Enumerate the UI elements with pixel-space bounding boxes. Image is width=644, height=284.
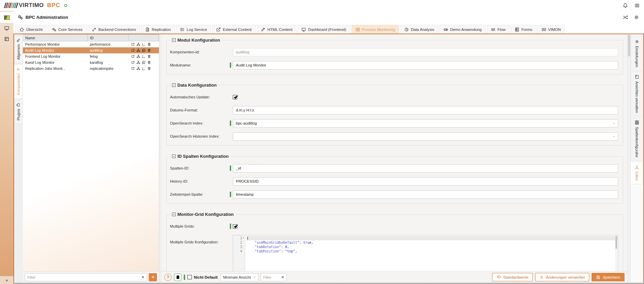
table-row[interactable]: Replication Jobs Monit... replicationjob… <box>23 65 159 72</box>
tab-uebersicht[interactable]: Übersicht <box>15 25 47 34</box>
copy-icon[interactable] <box>142 54 146 58</box>
rail-item-active-app[interactable] <box>0 12 13 23</box>
book-icon <box>4 36 9 42</box>
table-row-selected[interactable]: Audit Log Monitor auditlog <box>23 47 159 53</box>
clear-filter-icon[interactable] <box>141 275 145 279</box>
required-indicator <box>230 192 231 197</box>
column-header-name[interactable]: Name <box>23 35 87 41</box>
multiple-grids-checkbox[interactable] <box>233 224 237 229</box>
side-tab-komponenten[interactable]: Komponenten <box>14 64 23 99</box>
spalten-id-field[interactable] <box>233 164 618 173</box>
tab-dashboard-frontend[interactable]: Dashboard (Frontend) <box>297 25 350 34</box>
rail-item-dashboard[interactable] <box>0 23 13 34</box>
panel-splitter[interactable] <box>159 34 162 283</box>
trash-icon[interactable] <box>147 42 151 46</box>
tab-html-content[interactable]: HTML Content <box>257 25 296 34</box>
edit-icon[interactable] <box>131 60 135 64</box>
copy-icon[interactable] <box>142 42 146 46</box>
trash-icon[interactable] <box>147 48 151 52</box>
automatisches-update-checkbox[interactable] <box>233 95 237 99</box>
edit-icon[interactable] <box>131 42 135 46</box>
sitemap-icon[interactable] <box>136 66 140 70</box>
collapse-icon[interactable] <box>172 154 176 158</box>
sitemap-icon[interactable] <box>136 60 140 64</box>
pulse-icon <box>542 27 546 32</box>
section-modul-konfiguration: Modul Konfiguration Komponenten-Id: Modu… <box>166 38 623 75</box>
tab-flow[interactable]: Flow <box>487 25 510 34</box>
field-label: Spalten-ID: <box>170 166 230 171</box>
sitemap-icon[interactable] <box>136 42 140 46</box>
editor-scrollbar[interactable] <box>615 236 617 271</box>
collapse-icon[interactable] <box>172 38 176 42</box>
opensearch-historien-index-field[interactable] <box>233 134 612 138</box>
nicht-default-checkbox[interactable] <box>187 275 192 279</box>
main-scrollbar[interactable] <box>627 34 630 283</box>
table-row[interactable]: Karaf Log Monitor karaflog <box>23 59 159 65</box>
tab-process-monitoring[interactable]: Process Monitoring <box>351 25 399 34</box>
bell-icon[interactable] <box>622 3 628 8</box>
multiple-grids-json-editor[interactable]: 1 ▾2 ▾3 ▾4 ▾ { "useMainGridbyDefault": t… <box>233 235 618 271</box>
rail-item-journal[interactable] <box>0 34 13 44</box>
copy-icon[interactable] <box>142 48 146 52</box>
tab-external-content[interactable]: External Content <box>212 25 256 34</box>
history-id-field[interactable] <box>233 177 618 186</box>
edit-icon[interactable] <box>131 54 135 58</box>
gear-icon[interactable] <box>634 14 639 20</box>
tab-replication[interactable]: Replication <box>141 25 175 34</box>
chevron-down-icon[interactable] <box>612 135 618 138</box>
component-filter-input[interactable] <box>27 275 141 279</box>
copy-icon[interactable] <box>142 60 146 64</box>
tab-vimon[interactable]: VIMON <box>538 25 565 34</box>
collapse-icon[interactable] <box>172 212 176 216</box>
column-header-id[interactable]: ID <box>87 35 129 41</box>
trash-icon[interactable] <box>147 66 151 70</box>
zeitstempel-spalte-field[interactable] <box>233 190 618 199</box>
right-tab-ansichten-verwalten[interactable]: Ansichten verwalten <box>631 71 643 116</box>
add-component-button[interactable] <box>149 273 157 281</box>
standardwerte-button[interactable]: Standardwerte <box>492 273 533 281</box>
tab-data-analysis[interactable]: Data Analysis <box>400 25 438 34</box>
side-tab-plugins[interactable]: Plugins <box>14 100 23 124</box>
window-pane-icon <box>635 75 639 79</box>
section-id-spalten-konfiguration: ID Spalten Konfiguration Spalten-ID: His… <box>166 154 623 204</box>
tab-forms[interactable]: Forms <box>511 25 536 34</box>
clipboard-icon[interactable] <box>174 274 181 281</box>
tab-demo-anwendung[interactable]: Demo Anwendung <box>439 25 486 34</box>
tab-log-service[interactable]: Log Service <box>176 25 211 34</box>
edit-icon[interactable] <box>131 66 135 70</box>
document-arrow-icon <box>145 27 150 32</box>
clear-filter-icon[interactable] <box>281 275 285 279</box>
tab-core-services[interactable]: Core Services <box>48 25 87 34</box>
speichern-button[interactable]: Speichern <box>592 273 625 281</box>
modulname-field[interactable] <box>233 61 618 69</box>
menu-icon[interactable] <box>634 3 640 8</box>
footer-filter-input[interactable] <box>263 275 281 279</box>
help-icon[interactable]: ? <box>164 274 172 281</box>
datums-format-field[interactable] <box>233 106 618 114</box>
section-monitor-grid-konfiguration: Monitor-Grid Konfiguration Multiple Grid… <box>166 212 623 271</box>
right-tab-spaltenkonfigurator[interactable]: Spaltenkonfigurator <box>631 117 643 161</box>
right-side-tabs: Einstellungen Ansichten verwalten Spalte… <box>630 34 643 283</box>
edit-icon[interactable] <box>131 48 135 52</box>
editor-code[interactable]: { "useMainGridbyDefault": true, "tabRota… <box>245 235 618 271</box>
table-row[interactable]: Performance Monitor performance <box>23 41 159 47</box>
collapse-icon[interactable] <box>172 83 176 87</box>
opensearch-index-field[interactable] <box>233 121 612 125</box>
trash-icon[interactable] <box>147 60 151 64</box>
aenderungen-verwerfen-button[interactable]: Änderungen verwerfen <box>535 273 589 281</box>
right-tab-editor[interactable]: Editor <box>631 161 643 184</box>
view-select[interactable]: Minimale Ansicht <box>220 273 259 281</box>
side-tab-allgemein[interactable]: Allgemein <box>14 35 23 63</box>
rail-expand-button[interactable]: » <box>0 276 13 284</box>
copy-icon[interactable] <box>142 66 146 70</box>
table-row[interactable]: Frontend Log Monitor felog <box>23 53 159 59</box>
external-link-icon <box>216 27 221 32</box>
chevron-down-icon[interactable] <box>612 122 618 125</box>
sitemap-icon[interactable] <box>136 54 140 58</box>
tab-backend-connections[interactable]: Backend Connections <box>88 25 140 34</box>
sitemap-icon[interactable] <box>136 48 140 52</box>
trash-icon[interactable] <box>147 54 151 58</box>
shuffle-icon[interactable] <box>622 14 628 20</box>
nicht-default-label: Nicht Default <box>194 275 218 279</box>
right-tab-einstellungen[interactable]: Einstellungen <box>631 36 643 70</box>
